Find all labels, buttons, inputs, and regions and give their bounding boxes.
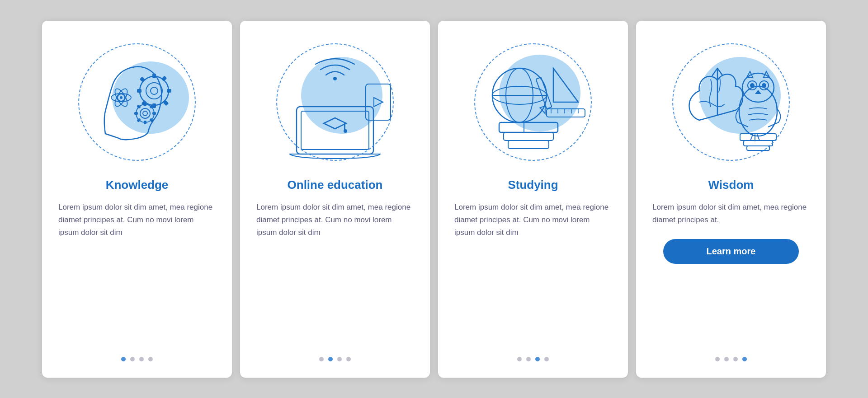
- dashed-circle-studying: [474, 43, 592, 161]
- card-knowledge-dots: [121, 352, 153, 361]
- dot-3: [337, 357, 342, 361]
- card-wisdom-text: Lorem ipsum dolor sit dim amet, mea regi…: [652, 201, 810, 226]
- dashed-circle-wisdom: [672, 43, 790, 161]
- card-studying-text: Lorem ipsum dolor sit dim amet, mea regi…: [454, 201, 612, 239]
- dot-1: [715, 357, 720, 361]
- dot-1: [121, 357, 126, 361]
- card-wisdom-dots: [715, 352, 747, 361]
- card-online-education-title: Online education: [288, 178, 383, 192]
- card-wisdom-title: Wisdom: [708, 178, 754, 192]
- card-knowledge-title: Knowledge: [106, 178, 169, 192]
- dot-3: [733, 357, 738, 361]
- card-knowledge-text: Lorem ipsum dolor sit dim amet, mea regi…: [58, 201, 216, 239]
- dot-1: [319, 357, 324, 361]
- dot-4: [544, 357, 549, 361]
- dot-2: [328, 357, 333, 361]
- card-wisdom: Wisdom Lorem ipsum dolor sit dim amet, m…: [636, 21, 826, 378]
- card-studying-illustration: [470, 39, 596, 165]
- card-online-education-dots: [319, 352, 351, 361]
- card-knowledge-illustration: [74, 39, 200, 165]
- card-wisdom-illustration: [668, 39, 794, 165]
- dot-4: [148, 357, 153, 361]
- dot-1: [517, 357, 522, 361]
- card-online-education-illustration: [272, 39, 398, 165]
- dashed-circle-knowledge: [78, 43, 196, 161]
- card-online-education-text: Lorem ipsum dolor sit dim amet, mea regi…: [256, 201, 414, 239]
- dot-4: [742, 357, 747, 361]
- dot-2: [130, 357, 135, 361]
- card-studying-dots: [517, 352, 549, 361]
- cards-container: Knowledge Lorem ipsum dolor sit dim amet…: [24, 3, 844, 396]
- card-online-education: Online education Lorem ipsum dolor sit d…: [240, 21, 430, 378]
- dot-3: [139, 357, 144, 361]
- dashed-circle-online-education: [276, 43, 394, 161]
- dot-3: [535, 357, 540, 361]
- dot-2: [724, 357, 729, 361]
- card-studying: Studying Lorem ipsum dolor sit dim amet,…: [438, 21, 628, 378]
- dot-2: [526, 357, 531, 361]
- card-studying-title: Studying: [508, 178, 558, 192]
- dot-4: [346, 357, 351, 361]
- card-knowledge: Knowledge Lorem ipsum dolor sit dim amet…: [42, 21, 232, 378]
- learn-more-button[interactable]: Learn more: [663, 239, 799, 264]
